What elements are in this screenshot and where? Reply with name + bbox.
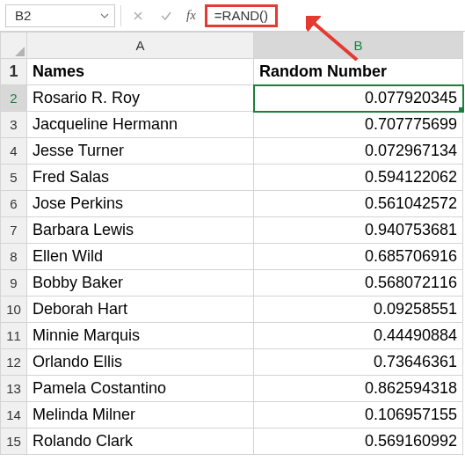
cell-rand[interactable]: 0.44490884 <box>254 323 463 349</box>
name-box[interactable]: B2 <box>5 4 115 27</box>
name-box-value: B2 <box>15 8 31 23</box>
column-header-a[interactable]: A <box>27 33 254 59</box>
cell-rand[interactable]: 0.09258551 <box>254 297 463 323</box>
cell-name[interactable]: Deborah Hart <box>27 297 254 323</box>
cell-rand[interactable]: 0.707775699 <box>254 112 463 138</box>
row-header[interactable]: 8 <box>1 244 27 270</box>
spreadsheet-grid[interactable]: A B 1 Names Random Number 2 Rosario R. R… <box>0 32 463 455</box>
cancel-button[interactable] <box>127 4 149 27</box>
cell-a1[interactable]: Names <box>27 59 254 85</box>
cell-name[interactable]: Melinda Milner <box>27 402 254 428</box>
chevron-down-icon <box>100 11 109 20</box>
cell-rand[interactable]: 0.862594318 <box>254 376 463 402</box>
row-header[interactable]: 15 <box>1 428 27 455</box>
cell-name[interactable]: Minnie Marquis <box>27 323 254 349</box>
cell-name[interactable]: Rosario R. Roy <box>27 85 254 112</box>
cell-rand[interactable]: 0.077920345 <box>254 85 463 112</box>
row-header[interactable]: 6 <box>1 191 27 217</box>
cell-rand[interactable]: 0.73646361 <box>254 349 463 376</box>
cell-rand[interactable]: 0.594122062 <box>254 165 463 191</box>
column-header-b[interactable]: B <box>254 33 463 59</box>
cell-name[interactable]: Bobby Baker <box>27 270 254 297</box>
check-icon <box>160 10 172 22</box>
cell-name[interactable]: Ellen Wild <box>27 244 254 270</box>
row-header[interactable]: 10 <box>1 297 27 323</box>
cell-rand[interactable]: 0.940753681 <box>254 217 463 244</box>
row-header[interactable]: 11 <box>1 323 27 349</box>
cell-rand[interactable]: 0.561042572 <box>254 191 463 217</box>
cell-b1[interactable]: Random Number <box>254 59 463 85</box>
cell-name[interactable]: Jacqueline Hermann <box>27 112 254 138</box>
row-header[interactable]: 4 <box>1 138 27 165</box>
row-header[interactable]: 3 <box>1 112 27 138</box>
formula-input[interactable]: =RAND() <box>205 4 278 27</box>
cell-name[interactable]: Jesse Turner <box>27 138 254 165</box>
cell-rand[interactable]: 0.072967134 <box>254 138 463 165</box>
cell-rand[interactable]: 0.568072116 <box>254 270 463 297</box>
row-header[interactable]: 5 <box>1 165 27 191</box>
x-icon <box>132 10 144 22</box>
cell-name[interactable]: Pamela Costantino <box>27 376 254 402</box>
enter-button[interactable] <box>155 4 178 27</box>
row-header[interactable]: 12 <box>1 349 27 376</box>
row-header[interactable]: 2 <box>1 85 27 112</box>
cell-name[interactable]: Jose Perkins <box>27 191 254 217</box>
cell-name[interactable]: Fred Salas <box>27 165 254 191</box>
cell-name[interactable]: Barbara Lewis <box>27 217 254 244</box>
row-header[interactable]: 1 <box>1 59 27 85</box>
select-all-corner[interactable] <box>1 33 27 59</box>
cell-name[interactable]: Orlando Ellis <box>27 349 254 376</box>
formula-bar: B2 fx =RAND() <box>0 0 465 32</box>
row-header[interactable]: 13 <box>1 376 27 402</box>
row-header[interactable]: 9 <box>1 270 27 297</box>
cell-rand[interactable]: 0.685706916 <box>254 244 463 270</box>
row-header[interactable]: 7 <box>1 217 27 244</box>
row-header[interactable]: 14 <box>1 402 27 428</box>
divider <box>120 5 121 26</box>
formula-text: =RAND() <box>214 8 268 23</box>
cell-name[interactable]: Rolando Clark <box>27 428 254 455</box>
cell-rand[interactable]: 0.569160992 <box>254 428 463 455</box>
cell-rand[interactable]: 0.106957155 <box>254 402 463 428</box>
insert-function-button[interactable]: fx <box>183 4 200 27</box>
